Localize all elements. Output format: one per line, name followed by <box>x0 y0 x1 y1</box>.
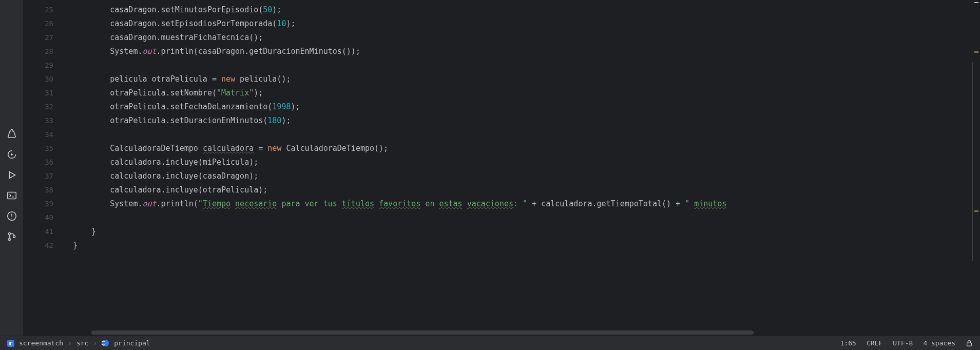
line-separator[interactable]: CRLF <box>867 339 882 347</box>
file-encoding[interactable]: UTF-8 <box>893 339 913 347</box>
svg-point-6 <box>13 236 15 238</box>
problems-icon[interactable] <box>6 210 17 222</box>
svg-point-5 <box>8 238 10 240</box>
editor: 252627282930313233343536373839404142 cas… <box>24 0 980 336</box>
crumb-file[interactable]: principal <box>114 339 150 347</box>
lock-icon[interactable] <box>966 340 973 347</box>
cursor-position[interactable]: 1:65 <box>840 339 856 347</box>
breadcrumb[interactable]: ◧ screenmatch › src › principal <box>7 339 150 347</box>
gutter: 252627282930313233343536373839404142 <box>24 0 68 329</box>
svg-marker-0 <box>11 153 13 156</box>
module-icon: ◧ <box>7 340 14 347</box>
svg-rect-8 <box>967 343 972 346</box>
scrollbar-horizontal[interactable] <box>24 329 980 336</box>
svg-rect-2 <box>7 192 16 199</box>
code-area[interactable]: 252627282930313233343536373839404142 cas… <box>24 0 980 329</box>
run-icon[interactable] <box>6 169 17 181</box>
run-config-icon[interactable] <box>6 149 17 160</box>
svg-point-4 <box>8 232 10 235</box>
build-icon[interactable] <box>6 128 17 140</box>
status-bar: ◧ screenmatch › src › principal 1:65 CRL… <box>0 336 980 350</box>
indent-setting[interactable]: 4 spaces <box>923 339 955 347</box>
crumb-project[interactable]: screenmatch <box>19 339 63 347</box>
vcs-icon[interactable] <box>6 231 17 242</box>
crumb-src[interactable]: src <box>76 339 88 347</box>
code-content[interactable]: casaDragon.setMinutosPorEpisodio(50); ca… <box>68 0 973 329</box>
tool-sidebar <box>0 0 24 336</box>
marker-strip[interactable] <box>973 0 980 329</box>
chevron-right-icon: › <box>93 339 97 347</box>
class-icon <box>102 339 109 347</box>
terminal-icon[interactable] <box>6 190 17 201</box>
chevron-right-icon: › <box>68 339 72 347</box>
svg-marker-1 <box>9 172 15 179</box>
